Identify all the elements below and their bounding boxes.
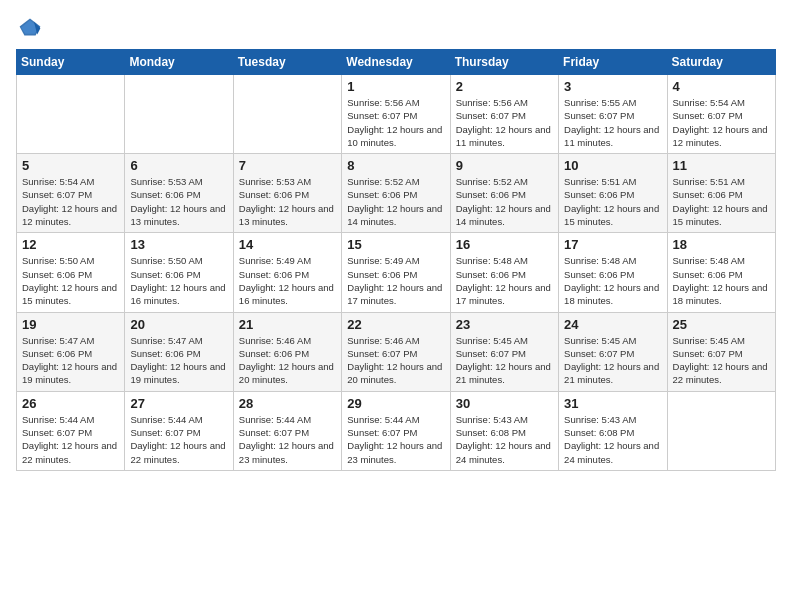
day-number: 31: [564, 396, 661, 411]
calendar-cell: 1Sunrise: 5:56 AM Sunset: 6:07 PM Daylig…: [342, 75, 450, 154]
calendar-cell: 2Sunrise: 5:56 AM Sunset: 6:07 PM Daylig…: [450, 75, 558, 154]
day-info: Sunrise: 5:44 AM Sunset: 6:07 PM Dayligh…: [22, 413, 119, 466]
day-info: Sunrise: 5:46 AM Sunset: 6:06 PM Dayligh…: [239, 334, 336, 387]
day-number: 6: [130, 158, 227, 173]
day-info: Sunrise: 5:47 AM Sunset: 6:06 PM Dayligh…: [22, 334, 119, 387]
calendar-cell: 24Sunrise: 5:45 AM Sunset: 6:07 PM Dayli…: [559, 312, 667, 391]
day-number: 4: [673, 79, 770, 94]
day-number: 3: [564, 79, 661, 94]
calendar-cell: 30Sunrise: 5:43 AM Sunset: 6:08 PM Dayli…: [450, 391, 558, 470]
day-number: 2: [456, 79, 553, 94]
day-info: Sunrise: 5:47 AM Sunset: 6:06 PM Dayligh…: [130, 334, 227, 387]
day-number: 12: [22, 237, 119, 252]
calendar-cell: 12Sunrise: 5:50 AM Sunset: 6:06 PM Dayli…: [17, 233, 125, 312]
day-info: Sunrise: 5:45 AM Sunset: 6:07 PM Dayligh…: [564, 334, 661, 387]
day-info: Sunrise: 5:51 AM Sunset: 6:06 PM Dayligh…: [673, 175, 770, 228]
calendar-cell: 20Sunrise: 5:47 AM Sunset: 6:06 PM Dayli…: [125, 312, 233, 391]
weekday-header-friday: Friday: [559, 50, 667, 75]
calendar-cell: [17, 75, 125, 154]
calendar-cell: 15Sunrise: 5:49 AM Sunset: 6:06 PM Dayli…: [342, 233, 450, 312]
calendar-cell: 27Sunrise: 5:44 AM Sunset: 6:07 PM Dayli…: [125, 391, 233, 470]
day-number: 24: [564, 317, 661, 332]
day-info: Sunrise: 5:49 AM Sunset: 6:06 PM Dayligh…: [347, 254, 444, 307]
weekday-header-row: SundayMondayTuesdayWednesdayThursdayFrid…: [17, 50, 776, 75]
day-number: 23: [456, 317, 553, 332]
calendar-cell: 8Sunrise: 5:52 AM Sunset: 6:06 PM Daylig…: [342, 154, 450, 233]
weekday-header-saturday: Saturday: [667, 50, 775, 75]
weekday-header-tuesday: Tuesday: [233, 50, 341, 75]
day-info: Sunrise: 5:44 AM Sunset: 6:07 PM Dayligh…: [239, 413, 336, 466]
day-number: 14: [239, 237, 336, 252]
day-number: 18: [673, 237, 770, 252]
day-info: Sunrise: 5:43 AM Sunset: 6:08 PM Dayligh…: [564, 413, 661, 466]
day-number: 19: [22, 317, 119, 332]
day-info: Sunrise: 5:45 AM Sunset: 6:07 PM Dayligh…: [673, 334, 770, 387]
day-number: 8: [347, 158, 444, 173]
weekday-header-thursday: Thursday: [450, 50, 558, 75]
calendar-cell: [667, 391, 775, 470]
calendar-cell: 17Sunrise: 5:48 AM Sunset: 6:06 PM Dayli…: [559, 233, 667, 312]
day-number: 22: [347, 317, 444, 332]
calendar-cell: 23Sunrise: 5:45 AM Sunset: 6:07 PM Dayli…: [450, 312, 558, 391]
day-info: Sunrise: 5:44 AM Sunset: 6:07 PM Dayligh…: [347, 413, 444, 466]
day-info: Sunrise: 5:50 AM Sunset: 6:06 PM Dayligh…: [22, 254, 119, 307]
day-info: Sunrise: 5:53 AM Sunset: 6:06 PM Dayligh…: [239, 175, 336, 228]
calendar-cell: 29Sunrise: 5:44 AM Sunset: 6:07 PM Dayli…: [342, 391, 450, 470]
weekday-header-sunday: Sunday: [17, 50, 125, 75]
calendar-cell: 25Sunrise: 5:45 AM Sunset: 6:07 PM Dayli…: [667, 312, 775, 391]
day-info: Sunrise: 5:43 AM Sunset: 6:08 PM Dayligh…: [456, 413, 553, 466]
day-number: 13: [130, 237, 227, 252]
day-number: 17: [564, 237, 661, 252]
calendar-cell: 5Sunrise: 5:54 AM Sunset: 6:07 PM Daylig…: [17, 154, 125, 233]
day-number: 20: [130, 317, 227, 332]
day-number: 1: [347, 79, 444, 94]
calendar-cell: 11Sunrise: 5:51 AM Sunset: 6:06 PM Dayli…: [667, 154, 775, 233]
logo-icon: [18, 17, 42, 37]
calendar-cell: 13Sunrise: 5:50 AM Sunset: 6:06 PM Dayli…: [125, 233, 233, 312]
calendar-cell: 10Sunrise: 5:51 AM Sunset: 6:06 PM Dayli…: [559, 154, 667, 233]
day-info: Sunrise: 5:49 AM Sunset: 6:06 PM Dayligh…: [239, 254, 336, 307]
day-number: 5: [22, 158, 119, 173]
calendar-cell: 14Sunrise: 5:49 AM Sunset: 6:06 PM Dayli…: [233, 233, 341, 312]
calendar-cell: 21Sunrise: 5:46 AM Sunset: 6:06 PM Dayli…: [233, 312, 341, 391]
header: [16, 16, 776, 37]
calendar-cell: [233, 75, 341, 154]
day-number: 11: [673, 158, 770, 173]
day-number: 16: [456, 237, 553, 252]
weekday-header-wednesday: Wednesday: [342, 50, 450, 75]
day-number: 26: [22, 396, 119, 411]
day-number: 28: [239, 396, 336, 411]
calendar-cell: 22Sunrise: 5:46 AM Sunset: 6:07 PM Dayli…: [342, 312, 450, 391]
day-number: 9: [456, 158, 553, 173]
day-info: Sunrise: 5:55 AM Sunset: 6:07 PM Dayligh…: [564, 96, 661, 149]
weekday-header-monday: Monday: [125, 50, 233, 75]
day-info: Sunrise: 5:51 AM Sunset: 6:06 PM Dayligh…: [564, 175, 661, 228]
calendar-week-row: 5Sunrise: 5:54 AM Sunset: 6:07 PM Daylig…: [17, 154, 776, 233]
calendar-cell: 16Sunrise: 5:48 AM Sunset: 6:06 PM Dayli…: [450, 233, 558, 312]
calendar-week-row: 26Sunrise: 5:44 AM Sunset: 6:07 PM Dayli…: [17, 391, 776, 470]
day-number: 27: [130, 396, 227, 411]
calendar-table: SundayMondayTuesdayWednesdayThursdayFrid…: [16, 49, 776, 471]
calendar-cell: 28Sunrise: 5:44 AM Sunset: 6:07 PM Dayli…: [233, 391, 341, 470]
calendar-cell: 9Sunrise: 5:52 AM Sunset: 6:06 PM Daylig…: [450, 154, 558, 233]
day-number: 15: [347, 237, 444, 252]
day-number: 30: [456, 396, 553, 411]
calendar-cell: 7Sunrise: 5:53 AM Sunset: 6:06 PM Daylig…: [233, 154, 341, 233]
day-number: 7: [239, 158, 336, 173]
calendar-week-row: 12Sunrise: 5:50 AM Sunset: 6:06 PM Dayli…: [17, 233, 776, 312]
calendar-cell: 26Sunrise: 5:44 AM Sunset: 6:07 PM Dayli…: [17, 391, 125, 470]
calendar-cell: 19Sunrise: 5:47 AM Sunset: 6:06 PM Dayli…: [17, 312, 125, 391]
day-number: 25: [673, 317, 770, 332]
day-number: 21: [239, 317, 336, 332]
day-number: 10: [564, 158, 661, 173]
calendar-cell: 18Sunrise: 5:48 AM Sunset: 6:06 PM Dayli…: [667, 233, 775, 312]
page-container: SundayMondayTuesdayWednesdayThursdayFrid…: [0, 0, 792, 483]
day-info: Sunrise: 5:48 AM Sunset: 6:06 PM Dayligh…: [673, 254, 770, 307]
calendar-cell: 31Sunrise: 5:43 AM Sunset: 6:08 PM Dayli…: [559, 391, 667, 470]
calendar-cell: 3Sunrise: 5:55 AM Sunset: 6:07 PM Daylig…: [559, 75, 667, 154]
day-info: Sunrise: 5:56 AM Sunset: 6:07 PM Dayligh…: [456, 96, 553, 149]
day-info: Sunrise: 5:48 AM Sunset: 6:06 PM Dayligh…: [564, 254, 661, 307]
calendar-week-row: 1Sunrise: 5:56 AM Sunset: 6:07 PM Daylig…: [17, 75, 776, 154]
day-info: Sunrise: 5:54 AM Sunset: 6:07 PM Dayligh…: [22, 175, 119, 228]
day-info: Sunrise: 5:48 AM Sunset: 6:06 PM Dayligh…: [456, 254, 553, 307]
